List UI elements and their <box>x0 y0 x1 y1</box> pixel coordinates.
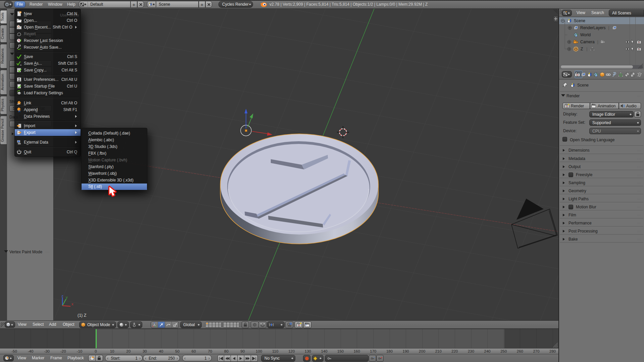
svg-text:y: y <box>66 295 68 299</box>
svg-text:x: x <box>71 302 73 306</box>
svg-text:z: z <box>61 294 63 298</box>
svg-text:(1) Z: (1) Z <box>78 313 87 318</box>
